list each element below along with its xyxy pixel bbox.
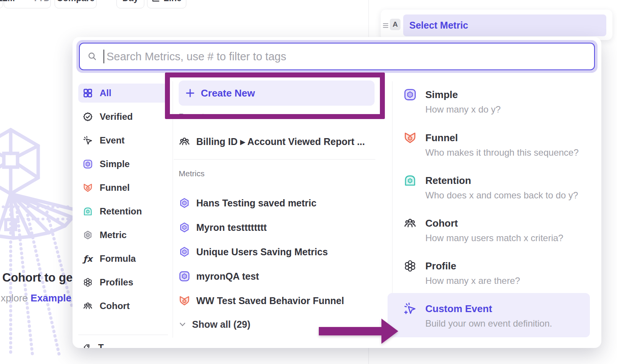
list-divider (174, 159, 375, 159)
sidebar-item-label: Verified (100, 111, 133, 122)
metric-type-description: How many x do y? (425, 104, 501, 115)
search-input[interactable] (106, 50, 586, 63)
show-all-button[interactable]: Show all (29) (179, 316, 250, 333)
sidebar-item-label: All (100, 88, 111, 98)
sidebar-item-label: Formula (100, 253, 136, 264)
metric-hexagon-icon (179, 222, 190, 233)
range-12m-label: 12M (0, 0, 15, 3)
metric-type-retention[interactable]: Retention Who does x and comes back to d… (404, 174, 594, 201)
sidebar-item-label: Funnel (100, 182, 130, 193)
select-metric-button[interactable]: Select Metric (403, 14, 606, 36)
wireframe-illustration (0, 126, 74, 362)
chevron-down-icon (179, 319, 186, 329)
search-focus-ring (76, 40, 598, 73)
saved-metric-label: Hans Testing saved metric (196, 198, 317, 209)
search-icon (87, 52, 97, 61)
event-cursor-icon (83, 135, 93, 145)
saved-metric-label: Myron testttttttt (196, 222, 267, 233)
sidebar-item-profiles[interactable]: Profiles (78, 273, 168, 292)
grid-icon (83, 88, 93, 98)
explore-prefix: xplore (1, 292, 28, 304)
metric-type-funnel[interactable]: Funnel Who makes it through this sequenc… (404, 131, 594, 158)
line-chart-icon (152, 0, 160, 3)
metric-type-custom-event[interactable]: Custom Event Build your own event defini… (404, 302, 594, 329)
cohort-people-icon (404, 217, 417, 230)
cohort-people-icon (83, 301, 93, 311)
sidebar-item-retention[interactable]: Retention (78, 202, 168, 221)
verified-badge-icon (83, 112, 93, 122)
cohort-people-icon (179, 136, 190, 147)
sidebar-item-cohort[interactable]: Cohort (78, 296, 168, 316)
sidebar-item-label: Profiles (100, 277, 133, 288)
funnel-icon (404, 131, 417, 144)
sidebar-item-metric[interactable]: Metric (78, 225, 168, 245)
column-divider (173, 81, 173, 338)
simple-metric-icon (83, 159, 93, 169)
saved-metric-item[interactable]: Hans Testing saved metric (179, 193, 317, 213)
annotation-arrow (318, 318, 399, 345)
chart-type-label: Line (163, 0, 181, 3)
text-cursor (103, 50, 104, 63)
sidebar-item-funnel[interactable]: Funnel (78, 178, 168, 197)
metric-type-title: Cohort (425, 217, 563, 230)
saved-metric-item[interactable]: WW Test Saved Behavior Funnel (179, 291, 344, 310)
saved-metric-item[interactable]: myronQA test (179, 267, 259, 286)
background-heading-fragment: Cohort to ge (2, 271, 73, 285)
sidebar-item-label: Simple (100, 159, 130, 169)
metric-type-cohort[interactable]: Cohort How many users match x criteria? (404, 217, 594, 243)
sidebar-item-label: Cohort (100, 301, 130, 311)
profiles-flower-icon (404, 259, 417, 272)
saved-metric-label: WW Test Saved Behavior Funnel (196, 295, 344, 306)
metric-hexagon-icon (179, 197, 190, 209)
metric-type-description: How many users match x criteria? (425, 233, 563, 243)
formula-icon: ƒx (83, 254, 93, 264)
saved-metric-item[interactable]: Myron testttttttt (179, 218, 267, 237)
metric-query-card: A Select Metric (381, 10, 612, 40)
sidebar-item-verified[interactable]: Verified (78, 107, 168, 126)
metric-type-simple[interactable]: Simple How many x do y? (404, 88, 594, 115)
metric-type-profile[interactable]: Profile How many x are there? (404, 259, 594, 286)
tag-icon (83, 342, 90, 348)
sidebar-item-event[interactable]: Event (78, 131, 168, 150)
saved-metric-label: myronQA test (196, 271, 259, 282)
app-window: 12M YTD Compare Day Line (0, 0, 617, 364)
profiles-flower-icon (83, 277, 93, 287)
chart-type-button[interactable]: Line (147, 0, 186, 8)
custom-event-icon (404, 302, 417, 315)
recent-item[interactable]: Billing ID ▸ Account Viewed Report ... (179, 132, 365, 151)
retention-icon (404, 174, 417, 187)
granularity-button[interactable]: Day (116, 0, 144, 8)
search-field[interactable] (79, 43, 595, 70)
metric-type-title: Profile (425, 259, 520, 272)
simple-metric-icon (179, 271, 190, 282)
metric-type-description: Build your own event definition. (425, 318, 552, 329)
sidebar-item-label: T (98, 342, 104, 348)
background-explore-line: xplore Example (1, 292, 71, 304)
annotation-rectangle (165, 72, 385, 119)
series-badge: A (390, 19, 401, 30)
retention-icon (83, 206, 93, 216)
sidebar-item-label: Metric (100, 230, 127, 240)
recent-item-label: Billing ID ▸ Account Viewed Report ... (196, 136, 365, 147)
explore-link[interactable]: Example (31, 292, 71, 304)
metric-hexagon-icon (83, 230, 93, 240)
sidebar-item-all[interactable]: All (78, 84, 168, 103)
date-range-control[interactable]: 12M YTD (4, 0, 51, 8)
show-all-label: Show all (29) (192, 319, 250, 330)
metric-type-description: How many x are there? (425, 275, 520, 286)
saved-metric-label: Unique Users Saving Metrics (196, 246, 328, 258)
simple-metric-icon (404, 88, 417, 101)
drag-handle-icon[interactable] (383, 22, 388, 29)
sidebar-item-partial[interactable]: T (83, 342, 104, 348)
metric-type-title: Funnel (425, 131, 579, 144)
metric-hexagon-icon (179, 246, 190, 258)
metric-type-description: Who makes it through this sequence? (425, 147, 579, 158)
sidebar-item-formula[interactable]: ƒx Formula (78, 249, 168, 268)
sidebar-item-label: Retention (100, 206, 142, 217)
range-12m-button[interactable]: 12M (0, 0, 20, 8)
sidebar-item-label: Event (100, 135, 124, 146)
compare-button[interactable]: Compare (55, 0, 97, 8)
saved-metric-item[interactable]: Unique Users Saving Metrics (179, 242, 328, 261)
sidebar-item-simple[interactable]: Simple (78, 155, 168, 174)
metric-type-description: Who does x and comes back to do y? (425, 190, 578, 201)
